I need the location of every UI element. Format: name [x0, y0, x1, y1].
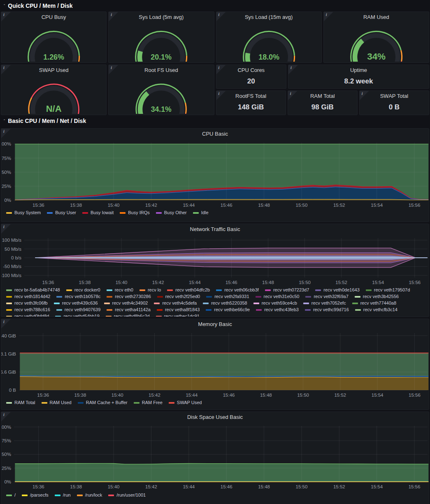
svg-text:0%: 0%	[4, 479, 11, 484]
gauge-ram-used: 34%	[324, 22, 429, 62]
svg-text:75%: 75%	[2, 156, 11, 161]
legend-item[interactable]: recv vethc99d716	[305, 307, 349, 313]
legend-item[interactable]: recv eth0	[107, 287, 133, 293]
legend-item[interactable]: recv vethec1dc91	[156, 313, 200, 317]
legend-item[interactable]: recv veth179507d	[366, 287, 410, 293]
legend-item[interactable]: recv vethbe66c9e	[206, 307, 250, 313]
legend-item[interactable]: /run	[55, 492, 71, 498]
legend-item[interactable]: recv veth3fc06fb	[6, 300, 48, 306]
section-header-quick[interactable]: ˆ︎ Quick CPU / Mem / Disk	[1, 0, 429, 12]
legend-item[interactable]: Busy Other	[156, 210, 187, 216]
legend-item[interactable]: recv veth2fa9331	[206, 294, 249, 300]
panel-ram-total: i RAM Total 98 GiB	[288, 90, 358, 115]
legend-item[interactable]: recv veth59ce4cb	[253, 300, 297, 306]
legend-item[interactable]: RAM Total	[6, 400, 35, 406]
gauge-root-fs-used: 34.1%	[109, 75, 214, 114]
legend-swatch	[305, 296, 311, 298]
legend-item[interactable]: recv veth04dfc2b	[167, 287, 210, 293]
gauge-cpu-busy: 1.26%	[1, 22, 106, 62]
legend-item[interactable]: recv veth07223d7	[265, 287, 309, 293]
panel-disk-space-used-basic: i Disk Space Used Basic 15:3615:3815:401…	[1, 412, 429, 504]
legend-item[interactable]: Idle	[193, 210, 209, 216]
legend-label: recv vethd0bfd8d	[14, 313, 49, 317]
legend-item[interactable]: Busy IRQs	[120, 210, 150, 216]
legend-item[interactable]: RAM Used	[42, 400, 72, 406]
legend-item[interactable]: recv br-5a6ab4b74748	[6, 287, 60, 293]
legend-item[interactable]: recv vetha8f1843	[157, 307, 200, 313]
legend-item[interactable]: /run/user/1001	[108, 492, 146, 498]
legend-item[interactable]: recv lo	[139, 287, 161, 293]
stat-value: 98 GiB	[288, 103, 357, 111]
legend-item[interactable]: recv veth788c616	[6, 307, 50, 313]
svg-text:15:36: 15:36	[37, 393, 49, 398]
legend-item[interactable]: recv vethc43feb3	[256, 307, 299, 313]
legend-item[interactable]: /run/lock	[77, 492, 102, 498]
legend-swatch	[107, 296, 112, 298]
svg-text:100 Mb/s: 100 Mb/s	[2, 238, 22, 243]
legend-swatch	[366, 289, 372, 291]
network-traffic-chart[interactable]: 15:3615:3815:4015:4215:4415:4615:4815:50…	[1, 235, 429, 287]
legend-item[interactable]: recv veth1b0578c	[56, 294, 100, 300]
svg-text:N/A: N/A	[46, 104, 62, 114]
legend-label: Busy System	[14, 210, 41, 216]
legend-item[interactable]: recv vethd0bfd8d	[6, 313, 49, 317]
legend-item[interactable]: recv veth1814d42	[6, 294, 50, 300]
legend-item[interactable]: recv veth32f69a7	[305, 294, 348, 300]
legend-item[interactable]: Busy User	[47, 210, 76, 216]
legend-item[interactable]: recv vethd54bb19	[55, 313, 99, 317]
legend-item[interactable]: recv veth5220358	[203, 300, 247, 306]
legend-swatch	[78, 402, 84, 404]
legend-label: recv veth788c616	[14, 307, 50, 313]
legend-label: Busy User	[55, 210, 76, 216]
legend-item[interactable]: SWAP Used	[169, 400, 202, 406]
disk-space-chart[interactable]: 15:3615:3815:4015:4215:4415:4615:4815:50…	[1, 423, 429, 492]
legend-item[interactable]: Busy Iowait	[82, 210, 114, 216]
svg-text:93.1 GiB: 93.1 GiB	[1, 351, 16, 356]
legend-item[interactable]: recv vethcfb3c14	[355, 307, 397, 313]
legend-item[interactable]: recv vethd8b6c2d	[106, 313, 150, 317]
legend-item[interactable]: RAM Cache + Buffer	[78, 400, 128, 406]
legend-item[interactable]: recv veth2f25ed0	[157, 294, 200, 300]
cpu-basic-chart[interactable]: 15:3615:3815:4015:4215:4415:4615:4815:50…	[1, 139, 429, 209]
legend-item[interactable]: recv veth31e0c50	[256, 294, 300, 300]
legend-item[interactable]: recv veth2730286	[107, 294, 151, 300]
panel-title: Sys Load (5m avg)	[109, 12, 214, 23]
legend-item[interactable]: recv veth4c34902	[104, 300, 148, 306]
legend-item[interactable]: recv veth7052efc	[303, 300, 346, 306]
legend-label: recv veth77440a8	[360, 300, 396, 306]
svg-text:20.1%: 20.1%	[151, 53, 172, 61]
svg-text:15:54: 15:54	[372, 393, 384, 398]
legend-swatch	[107, 289, 112, 291]
legend-swatch	[6, 289, 12, 291]
legend-swatch	[193, 212, 199, 214]
legend-swatch	[253, 303, 259, 304]
legend-item[interactable]: recv veth439c636	[54, 300, 98, 306]
legend-item[interactable]: Busy System	[6, 210, 41, 216]
legend-item[interactable]: recv vetha41142a	[107, 307, 151, 313]
legend-item[interactable]: recv veth4c5defa	[154, 300, 197, 306]
section-header-basic[interactable]: ˆ︎ Basic CPU / Mem / Net / Disk	[1, 115, 429, 127]
panel-title: Network Traffic Basic	[1, 224, 429, 235]
legend-item[interactable]: /	[6, 492, 16, 498]
legend-item[interactable]: recv veth9407639	[56, 307, 100, 313]
legend-item[interactable]: recv veth0de1643	[315, 287, 359, 293]
legend-item[interactable]: recv veth06cbb3f	[216, 287, 259, 293]
disk-space-legend: //parsecfs/run/run/lock/run/user/1001	[1, 492, 429, 498]
legend-swatch	[6, 296, 12, 298]
legend-swatch	[107, 309, 112, 311]
legend-item[interactable]: recv docker0	[66, 287, 100, 293]
svg-text:50 Mb/s: 50 Mb/s	[5, 247, 21, 252]
svg-text:15:52: 15:52	[333, 484, 345, 489]
svg-text:15:40: 15:40	[108, 203, 120, 208]
svg-text:-50 Mb/s: -50 Mb/s	[3, 264, 21, 269]
legend-item[interactable]: /parsecfs	[22, 492, 49, 498]
legend-label: recv veth04dfc2b	[175, 287, 210, 293]
memory-basic-chart[interactable]: 15:3615:3815:4015:4215:4415:4615:4815:50…	[1, 330, 429, 399]
legend-swatch	[55, 495, 60, 496]
panel-title: CPU Cores	[216, 65, 286, 76]
legend-swatch	[203, 303, 209, 304]
legend-item[interactable]: recv veth3b42556	[355, 294, 399, 300]
legend-item[interactable]: recv veth77440a8	[352, 300, 396, 306]
legend-swatch	[6, 402, 12, 404]
legend-item[interactable]: RAM Free	[134, 400, 163, 406]
